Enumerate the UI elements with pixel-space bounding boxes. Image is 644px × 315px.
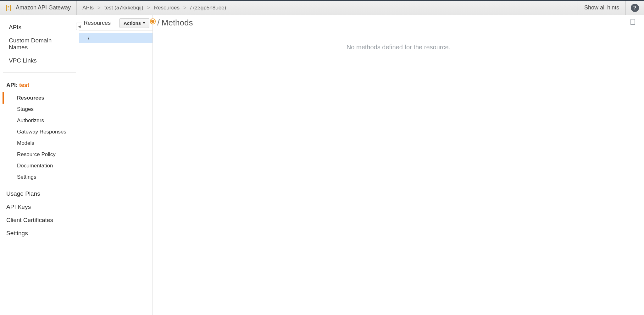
caret-down-icon: [143, 22, 145, 24]
sidebar-item-resource-policy[interactable]: Resource Policy: [3, 149, 79, 160]
empty-state-text: No methods defined for the resource.: [153, 31, 644, 315]
sidebar-item-vpc-links[interactable]: VPC Links: [3, 54, 76, 67]
resource-tree-root[interactable]: /: [79, 33, 153, 43]
sidebar-item-apis[interactable]: APIs: [3, 21, 76, 34]
sidebar-item-authorizers[interactable]: Authorizers: [3, 115, 79, 126]
breadcrumb-separator: >: [97, 5, 101, 11]
sidebar-item-custom-domain-names[interactable]: Custom Domain Names: [3, 34, 76, 54]
topbar-right: Show all hints ?: [578, 1, 644, 15]
sidebar: APIs Custom Domain Names VPC Links API: …: [0, 15, 79, 315]
help-button[interactable]: ?: [625, 1, 644, 15]
hints-label: Show all hints: [584, 4, 619, 11]
title-text: Methods: [162, 18, 193, 28]
breadcrumb-separator: >: [183, 5, 186, 11]
topbar: Amazon API Gateway APIs > test (a7kxkebq…: [0, 0, 644, 15]
sidebar-item-api-settings[interactable]: Settings: [3, 171, 79, 183]
breadcrumb-resource-id[interactable]: / (z3gp5n8uee): [190, 5, 226, 11]
main-panel: / Methods No methods defined for the res…: [153, 15, 644, 315]
documentation-icon[interactable]: [630, 18, 637, 27]
resources-panel-title: Resources: [84, 20, 111, 26]
svg-rect-4: [8, 9, 9, 9]
svg-rect-3: [8, 8, 9, 8]
resource-tree: /: [79, 31, 153, 45]
sidebar-item-documentation[interactable]: Documentation: [3, 160, 79, 171]
title-slash: /: [157, 18, 160, 28]
service-brand[interactable]: Amazon API Gateway: [0, 1, 77, 15]
sidebar-divider: [3, 72, 76, 73]
breadcrumb-apis[interactable]: APIs: [82, 5, 94, 11]
body: APIs Custom Domain Names VPC Links API: …: [0, 15, 644, 315]
sidebar-api-header: API: test: [0, 80, 79, 92]
svg-rect-0: [6, 5, 7, 11]
sidebar-item-stages[interactable]: Stages: [3, 104, 79, 115]
breadcrumbs: APIs > test (a7kxkebqij) > Resources > /…: [77, 1, 578, 15]
resources-panel: ◀ Resources Actions /: [79, 15, 153, 315]
api-prefix: API:: [6, 82, 19, 88]
show-all-hints-button[interactable]: Show all hints: [578, 1, 625, 15]
sidebar-item-client-certificates[interactable]: Client Certificates: [0, 214, 79, 227]
sidebar-item-settings[interactable]: Settings: [0, 227, 79, 240]
breadcrumb-resources[interactable]: Resources: [154, 5, 180, 11]
collapse-sidebar-handle[interactable]: ◀: [76, 23, 82, 30]
actions-label: Actions: [124, 20, 141, 26]
api-gateway-logo-icon: [4, 4, 13, 12]
svg-rect-1: [10, 5, 11, 11]
sidebar-item-gateway-responses[interactable]: Gateway Responses: [3, 126, 79, 138]
service-name: Amazon API Gateway: [16, 4, 71, 11]
sidebar-item-models[interactable]: Models: [3, 138, 79, 149]
actions-dropdown-button[interactable]: Actions: [119, 18, 149, 28]
help-icon: ?: [631, 4, 639, 12]
svg-rect-2: [8, 6, 9, 7]
chevron-left-icon: ◀: [78, 24, 80, 29]
panel-resize-handle-icon[interactable]: [150, 19, 156, 24]
main-header: / Methods: [153, 15, 644, 31]
api-name[interactable]: test: [19, 82, 29, 88]
page-title: / Methods: [157, 18, 193, 28]
breadcrumb-api[interactable]: test (a7kxkebqij): [104, 5, 143, 11]
sidebar-item-usage-plans[interactable]: Usage Plans: [0, 187, 79, 200]
breadcrumb-separator: >: [147, 5, 150, 11]
sidebar-item-resources[interactable]: Resources: [3, 92, 79, 104]
sidebar-item-api-keys[interactable]: API Keys: [0, 200, 79, 214]
resources-panel-header: Resources Actions: [79, 15, 153, 31]
